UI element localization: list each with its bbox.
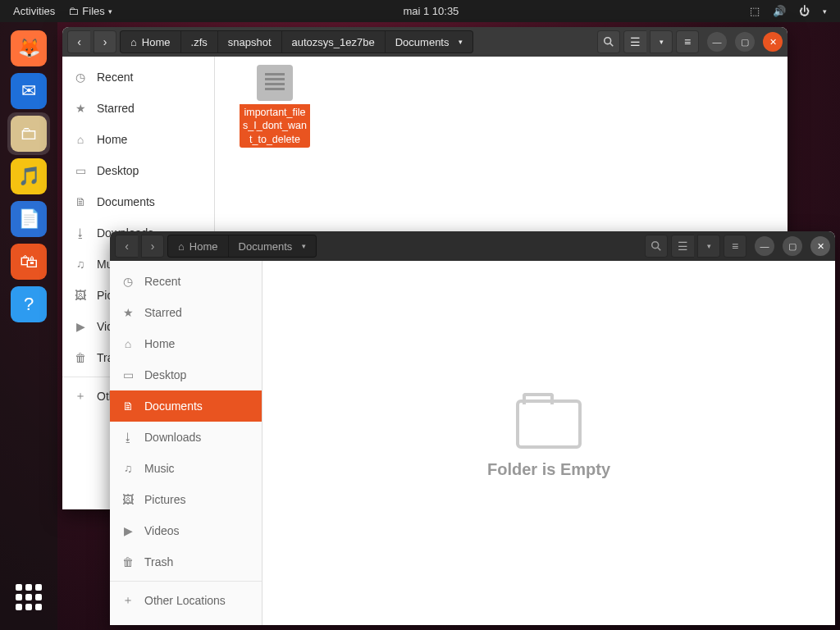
dock-files[interactable]: 🗀 <box>7 112 50 155</box>
path-segment[interactable]: snapshot <box>218 31 282 52</box>
nav-forward-button[interactable]: › <box>94 30 116 53</box>
view-options-button[interactable]: ▾ <box>697 235 720 258</box>
gnome-topbar: Activities 🗀 Files ▾ mai 1 10:35 ⬚ 🔊 ⏻ ▾ <box>0 0 840 22</box>
app-menu[interactable]: 🗀 Files ▾ <box>62 5 118 17</box>
dock-help[interactable]: ? <box>7 283 50 326</box>
window-header: ‹ › ⌂Home.zfssnapshotautozsys_1ez7beDocu… <box>62 27 788 57</box>
sidebar-item-documents[interactable]: 🗎Documents <box>110 390 262 422</box>
path-label: Documents <box>239 240 293 253</box>
sidebar-item-starred[interactable]: ★Starred <box>110 297 262 328</box>
music-icon: ♫ <box>121 462 135 475</box>
desktop-icon: ▭ <box>121 368 135 381</box>
show-applications-button[interactable] <box>12 581 45 614</box>
pictures-icon: 🖼 <box>121 493 135 506</box>
activities-button[interactable]: Activities <box>7 5 62 17</box>
music-icon: ♫ <box>74 258 87 271</box>
sidebar-item-starred[interactable]: ★Starred <box>62 93 214 124</box>
path-label: autozsys_1ez7be <box>292 36 375 48</box>
sidebar-item-other-locations[interactable]: ＋Other Locations <box>110 585 262 616</box>
sidebar-item-trash[interactable]: 🗑Trash <box>110 546 262 578</box>
chevron-down-icon: ▾ <box>459 38 463 46</box>
download-icon: ⭳ <box>74 226 87 240</box>
nav-forward-button[interactable]: › <box>141 235 164 258</box>
dock-thunderbird[interactable]: ✉ <box>7 70 50 112</box>
close-button[interactable]: ✕ <box>763 32 783 52</box>
sidebar-item-label: Home <box>144 337 175 350</box>
view-options-button[interactable]: ▾ <box>650 30 673 53</box>
plus-icon: ＋ <box>74 389 87 404</box>
search-button[interactable] <box>645 235 668 258</box>
home-icon: ⌂ <box>74 133 87 146</box>
sidebar-item-label: Documents <box>144 399 203 413</box>
dock-firefox[interactable]: 🦊 <box>7 27 50 70</box>
sidebar-item-desktop[interactable]: ▭Desktop <box>62 155 214 186</box>
maximize-button[interactable]: ▢ <box>783 236 802 256</box>
path-label: Home <box>189 240 218 253</box>
clock-icon: ◷ <box>74 71 87 84</box>
search-icon <box>651 240 662 252</box>
sidebar-item-desktop[interactable]: ▭Desktop <box>110 359 262 390</box>
videos-icon: ▶ <box>74 320 87 333</box>
hamburger-menu-button[interactable]: ≡ <box>676 30 699 53</box>
sidebar-item-label: Desktop <box>144 368 186 381</box>
network-icon[interactable]: ⬚ <box>743 5 766 17</box>
nav-back-button[interactable]: ‹ <box>115 235 138 258</box>
path-segment[interactable]: autozsys_1ez7be <box>282 31 386 52</box>
sidebar-item-home[interactable]: ⌂Home <box>62 124 214 155</box>
file-item[interactable]: important_files_I_dont_want_to_delete <box>240 65 310 148</box>
home-icon: ⌂ <box>178 240 185 253</box>
view-list-button[interactable]: ☰ <box>671 235 694 258</box>
clock[interactable]: mai 1 10:35 <box>396 5 465 17</box>
download-icon: ⭳ <box>121 431 135 444</box>
path-label: Home <box>142 36 171 48</box>
sidebar-item-label: Pictures <box>144 493 186 506</box>
dock: 🦊✉🗀🎵📄🛍? <box>0 22 57 630</box>
sidebar-item-home[interactable]: ⌂Home <box>110 328 262 359</box>
sidebar-item-pictures[interactable]: 🖼Pictures <box>110 484 262 515</box>
svg-point-2 <box>652 242 659 249</box>
chevron-down-icon: ▾ <box>108 7 112 16</box>
plus-icon: ＋ <box>121 593 135 608</box>
path-segment[interactable]: ⌂Home <box>121 31 181 52</box>
sidebar-item-recent[interactable]: ◷Recent <box>62 62 214 93</box>
search-button[interactable] <box>597 30 620 53</box>
chevron-down-icon: ▾ <box>302 242 306 250</box>
sidebar-item-downloads[interactable]: ⭳Downloads <box>110 422 262 453</box>
sidebar-item-label: Recent <box>97 71 133 84</box>
system-menu-chevron[interactable]: ▾ <box>816 7 833 16</box>
path-segment[interactable]: Documents▾ <box>229 235 317 257</box>
minimize-button[interactable]: — <box>707 32 727 52</box>
dock-libreoffice-writer[interactable]: 📄 <box>7 198 50 240</box>
path-segment[interactable]: .zfs <box>181 31 218 52</box>
minimize-button[interactable]: — <box>755 236 774 256</box>
empty-state: Folder is Empty <box>262 399 835 479</box>
hamburger-menu-button[interactable]: ≡ <box>724 235 746 258</box>
nav-back-button[interactable]: ‹ <box>67 30 90 53</box>
documents-icon: 🗎 <box>74 195 87 208</box>
sidebar-item-documents[interactable]: 🗎Documents <box>62 186 214 217</box>
sidebar-item-label: Music <box>144 462 175 475</box>
close-button[interactable]: ✕ <box>810 236 830 256</box>
sidebar-item-videos[interactable]: ▶Videos <box>110 515 262 546</box>
path-segment[interactable]: ⌂Home <box>168 235 229 257</box>
sidebar-item-label: Recent <box>144 275 180 288</box>
sidebar-item-label: Documents <box>97 195 155 208</box>
sidebar-item-label: Videos <box>144 524 180 537</box>
sidebar-item-recent[interactable]: ◷Recent <box>110 266 262 297</box>
view-list-button[interactable]: ☰ <box>623 30 646 53</box>
svg-line-3 <box>658 248 661 251</box>
maximize-button[interactable]: ▢ <box>735 32 755 52</box>
dock-software[interactable]: 🛍 <box>7 240 50 283</box>
sidebar-item-music[interactable]: ♫Music <box>110 453 262 484</box>
clock-icon: ◷ <box>121 275 135 288</box>
path-segment[interactable]: Documents▾ <box>386 31 473 52</box>
sidebar-item-label: Desktop <box>97 164 139 177</box>
power-icon[interactable]: ⏻ <box>792 5 816 17</box>
dock-rhythmbox[interactable]: 🎵 <box>7 155 50 198</box>
sidebar-item-label: Home <box>97 133 127 146</box>
documents-icon: 🗎 <box>121 399 135 413</box>
sidebar: ◷Recent★Starred⌂Home▭Desktop🗎Documents⭳D… <box>110 261 262 625</box>
home-icon: ⌂ <box>121 337 135 350</box>
file-pane[interactable]: Folder is Empty <box>262 261 835 625</box>
volume-icon[interactable]: 🔊 <box>766 5 792 17</box>
